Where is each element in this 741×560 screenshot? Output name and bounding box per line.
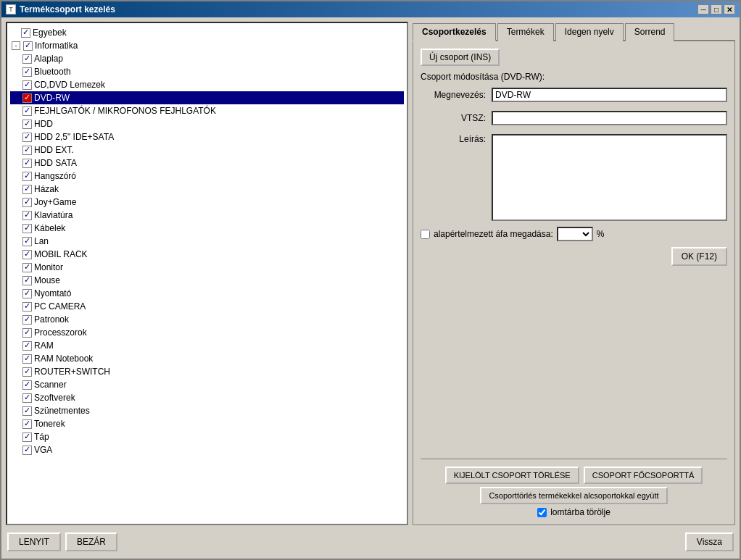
tree-item-cddvd[interactable]: CD,DVD Lemezek (10, 78, 404, 91)
tree-item-fejhlgatok[interactable]: FEJHLGATÓK / MIKROFONOS FEJHLGATÓK (10, 104, 404, 117)
bottom-buttons-area: KIJELÖLT CSOPORT TÖRLÉSE CSOPORT FŐCSOPO… (421, 459, 727, 517)
check-icon-processzorok (22, 327, 32, 338)
window-content: Egyebek - Informatika Alaplap (1, 17, 740, 559)
bottom-row-2: Csoporttörlés termékekkel alcsoportokkal… (421, 487, 727, 504)
check-icon-patronok (22, 314, 32, 325)
window-icon: T (6, 4, 16, 14)
tree-label-hangszoro: Hangszóró (34, 171, 76, 181)
tree-item-ramnotebook[interactable]: RAM Notebook (10, 352, 404, 365)
vat-percent: % (597, 229, 605, 239)
delete-with-products-button[interactable]: Csoporttörlés termékekkel alcsoportokkal… (480, 487, 667, 504)
tree-item-vga[interactable]: VGA (10, 443, 404, 456)
tree-item-kabelek[interactable]: Kábelek (10, 222, 404, 235)
tree-item-mouse[interactable]: Mouse (10, 274, 404, 287)
form-row-megnevezes: Megnevezés: (421, 88, 727, 102)
new-group-button[interactable]: Új csoport (INS) (421, 49, 500, 66)
main-area: Egyebek - Informatika Alaplap (6, 22, 735, 525)
check-icon-klaviatura (22, 210, 32, 220)
tree-item-patronok[interactable]: Patronok (10, 313, 404, 326)
tree-item-szunetmentes[interactable]: Szünetmentes (10, 404, 404, 417)
check-icon-nyomtato (22, 288, 32, 298)
tree-item-ram[interactable]: RAM (10, 339, 404, 352)
restore-button[interactable]: □ (711, 4, 722, 14)
megnevezes-input[interactable] (492, 88, 727, 102)
tree-label-kabelek: Kábelek (34, 223, 65, 233)
tree-label-mobilrack: MOBIL RACK (34, 249, 88, 259)
minimize-button[interactable]: ─ (697, 4, 709, 14)
lenyit-button[interactable]: LENYIT (7, 532, 61, 551)
tree-label-monitor: Monitor (34, 262, 63, 272)
footer-area: LENYIT BEZÁR Vissza (6, 530, 735, 554)
tab-termekek[interactable]: Termékek (497, 23, 554, 41)
tree-item-routerswitch[interactable]: ROUTER+SWITCH (10, 365, 404, 378)
check-icon-lan (22, 236, 32, 246)
vtsz-input[interactable] (492, 111, 727, 125)
tree-item-dvdrw[interactable]: DVD-RW (10, 91, 404, 104)
tree-label-alaplap: Alaplap (34, 54, 63, 64)
tree-item-scanner[interactable]: Scanner (10, 378, 404, 391)
tree-item-nyomtato[interactable]: Nyomtató (10, 287, 404, 300)
tree-item-hdd25[interactable]: HDD 2,5" IDE+SATA (10, 130, 404, 143)
tree-label-joygame: Joy+Game (34, 197, 76, 207)
section-title: Csoport módosítása (DVD-RW): (421, 72, 727, 82)
tree-item-pccamera[interactable]: PC CAMERA (10, 300, 404, 313)
tree-label-klaviatura: Klaviatúra (34, 210, 73, 220)
tree-item-monitor[interactable]: Monitor (10, 261, 404, 274)
tree-item-mobilrack[interactable]: MOBIL RACK (10, 248, 404, 261)
check-icon-joygame (22, 197, 32, 207)
tree-label-tap: Táp (34, 432, 49, 442)
check-icon-informatika (22, 41, 33, 51)
check-icon-hangszoro (22, 171, 32, 181)
ok-button[interactable]: OK (F12) (671, 247, 727, 266)
vat-select[interactable] (557, 227, 593, 241)
tree-item-processzorok[interactable]: Processzorok (10, 326, 404, 339)
check-icon-mobilrack (22, 249, 32, 259)
check-icon-kabelek (22, 223, 32, 233)
bottom-row-3: lomtárba törölje (421, 507, 727, 517)
tree-item-hddsata[interactable]: HDD SATA (10, 156, 404, 170)
tree-label-ram: RAM (34, 340, 54, 351)
tree-label-ramnotebook: RAM Notebook (34, 354, 93, 364)
vat-label: alapértelmezett áfa megadása: (434, 229, 553, 239)
delete-group-button[interactable]: KIJELÖLT CSOPORT TÖRLÉSE (445, 467, 579, 484)
tree-label-patronok: Patronok (34, 314, 69, 325)
lomtarba-checkbox[interactable] (537, 508, 547, 517)
tabs-row: Csoportkezelés Termékek Idegen nyelv Sor… (413, 22, 735, 41)
tree-item-informatika[interactable]: - Informatika (10, 39, 404, 52)
tree-label-bluetooth: Bluetooth (34, 67, 71, 77)
bottom-row-1: KIJELÖLT CSOPORT TÖRLÉSE CSOPORT FŐCSOPO… (421, 467, 727, 484)
tree-label-dvdrw: DVD-RW (34, 93, 70, 103)
footer-left: LENYIT BEZÁR (7, 532, 117, 551)
parent-group-button[interactable]: CSOPORT FŐCSOPORTTÁ (584, 467, 703, 484)
leiras-textarea[interactable] (492, 134, 727, 221)
tree-item-szoftverek[interactable]: Szoftverek (10, 391, 404, 404)
tree-item-alaplap[interactable]: Alaplap (10, 52, 404, 65)
tree-item-klaviatura[interactable]: Klaviatúra (10, 209, 404, 222)
vat-checkbox[interactable] (421, 230, 430, 239)
tab-idegen-nyelv[interactable]: Idegen nyelv (555, 23, 624, 41)
tree-item-hazak[interactable]: Házak (10, 183, 404, 196)
tree-item-tap[interactable]: Táp (10, 430, 404, 443)
check-icon-hdd (22, 119, 32, 129)
tree-label-vga: VGA (34, 445, 52, 455)
tree-item-hangszoro[interactable]: Hangszóró (10, 170, 404, 183)
tree-item-bluetooth[interactable]: Bluetooth (10, 65, 404, 78)
tree-item-lan[interactable]: Lan (10, 235, 404, 248)
vissza-button[interactable]: Vissza (685, 532, 734, 551)
tree-label-informatika: Informatika (35, 41, 78, 51)
tree-item-tonerek[interactable]: Tonerek (10, 417, 404, 430)
tree-item-hddext[interactable]: HDD EXT. (10, 143, 404, 156)
tab-csoportkezeles[interactable]: Csoportkezelés (413, 23, 496, 41)
tree-item-egyebek[interactable]: Egyebek (10, 26, 404, 39)
check-icon-szunetmentes (22, 406, 32, 416)
expand-informatika[interactable]: - (12, 41, 20, 50)
tab-content-csoportkezeles: Új csoport (INS) Csoport módosítása (DVD… (413, 41, 735, 525)
tab-sorrend[interactable]: Sorrend (625, 23, 675, 41)
bezar-button[interactable]: BEZÁR (65, 532, 117, 551)
check-icon-vga (22, 445, 32, 455)
tree-label-hdd25: HDD 2,5" IDE+SATA (34, 132, 114, 142)
tree-item-hdd[interactable]: HDD (10, 117, 404, 130)
close-button[interactable]: ✕ (724, 4, 735, 14)
tree-item-joygame[interactable]: Joy+Game (10, 196, 404, 209)
tree-panel[interactable]: Egyebek - Informatika Alaplap (6, 22, 408, 525)
